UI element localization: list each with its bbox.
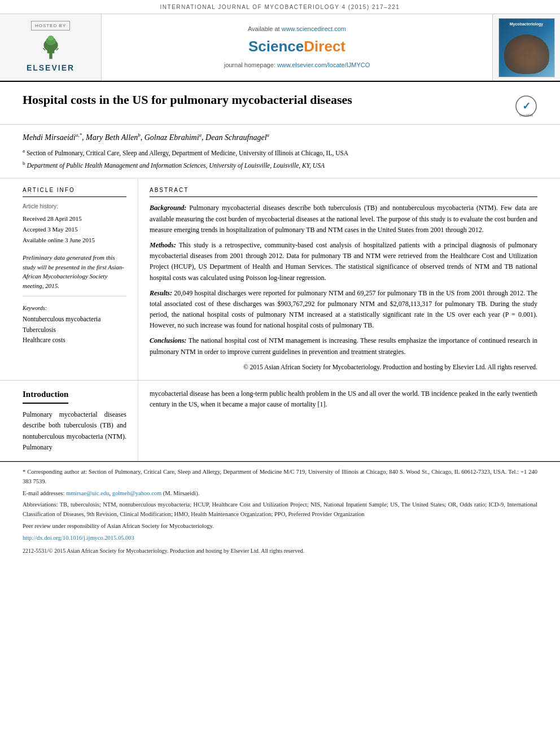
article-title-section: Hospital costs in the US for pulmonary m…: [0, 82, 560, 125]
keywords-heading: Keywords:: [23, 304, 126, 312]
author-3: Golnaz Ebrahimia,: [145, 133, 205, 142]
abstract-background: Background: Pulmonary mycobacterial dise…: [150, 203, 537, 235]
abstract-heading: Abstract: [150, 186, 537, 197]
history-online: Available online 3 June 2015: [23, 235, 126, 246]
authors-line: Mehdi Mirsaeidia,*, Mary Beth Allenb, Go…: [23, 132, 537, 143]
introduction-section: Introduction Pulmonary mycobacterial dis…: [0, 381, 560, 461]
left-col: Article Info Article history: Received 2…: [0, 178, 138, 380]
footer-emails: E-mail addresses: mmirsae@uic.edu, golme…: [23, 489, 537, 499]
history-dates: Received 28 April 2015 Accepted 3 May 20…: [23, 213, 126, 245]
article-history: Article history: Received 28 April 2015 …: [23, 203, 126, 245]
elsevier-text: ELSEVIER: [27, 63, 75, 74]
methods-text: This study is a retrospective, community…: [150, 241, 537, 282]
affiliation-b: b Department of Public Health Management…: [23, 160, 537, 171]
affiliations: a Section of Pulmonary, Critical Care, S…: [23, 147, 537, 171]
keyword-2: Tuberculosis: [23, 325, 126, 334]
author-1: Mehdi Mirsaeidia,*,: [23, 133, 86, 142]
affiliation-a: a Section of Pulmonary, Critical Care, S…: [23, 147, 537, 158]
page-footer: * Corresponding author at: Section of Pu…: [0, 461, 560, 561]
elsevier-tree-icon: [37, 35, 65, 60]
author-4: Dean Schraufnagela: [205, 133, 269, 142]
svg-rect-0: [49, 53, 52, 59]
hosted-by-badge: HOSTED BY: [31, 21, 70, 30]
footer-doi: http://dx.doi.org/10.1016/j.ijmyco.2015.…: [23, 534, 537, 543]
intro-right-text: mycobacterial disease has been a long-te…: [150, 388, 537, 410]
crossmark-icon: ✓ CrossMark: [515, 95, 537, 117]
footer-peer-review: Peer review under responsibility of Asia…: [23, 522, 537, 531]
header-right: Mycobacteriology: [492, 14, 560, 81]
header-center: Available at www.sciencedirect.com Scien…: [102, 14, 492, 81]
history-received: Received 28 April 2015: [23, 213, 126, 224]
background-label: Background:: [150, 204, 186, 212]
footer-email1-link[interactable]: mmirsae@uic.edu: [66, 490, 109, 496]
conclusions-label: Conclusions:: [150, 337, 186, 344]
svg-text:✓: ✓: [522, 101, 531, 112]
right-col: Abstract Background: Pulmonary mycobacte…: [138, 178, 560, 380]
history-accepted: Accepted 3 May 2015: [23, 224, 126, 235]
sciencedirect-logo: ScienceDirect: [248, 36, 345, 56]
svg-text:CrossMark: CrossMark: [519, 113, 533, 117]
abstract-section: Background: Pulmonary mycobacterial dise…: [150, 203, 537, 372]
background-text: Pulmonary mycobacterial diseases describ…: [150, 204, 537, 233]
svg-point-4: [47, 36, 54, 41]
abstract-copyright: © 2015 Asian African Society for Mycobac…: [150, 362, 537, 372]
footer-corresponding: * Corresponding author at: Section of Pu…: [23, 468, 537, 487]
abstract-conclusions: Conclusions: The national hospital cost …: [150, 335, 537, 357]
journal-cover-title: Mycobacteriology: [501, 21, 553, 27]
journal-citation: International Journal of Mycobacteriolog…: [160, 4, 400, 10]
authors-section: Mehdi Mirsaeidia,*, Mary Beth Allenb, Go…: [0, 125, 560, 178]
results-label: Results:: [150, 289, 172, 297]
abstract-methods: Methods: This study is a retrospective, …: [150, 240, 537, 283]
journal-homepage: journal homepage: www.elsevier.com/locat…: [224, 61, 370, 69]
available-at: Available at www.sciencedirect.com: [248, 25, 346, 33]
journal-homepage-link[interactable]: www.elsevier.com/locate/IJMYCO: [277, 62, 370, 68]
journal-cover-image: [504, 34, 549, 74]
abstract-results: Results: 20,049 hospital discharges were…: [150, 288, 537, 331]
available-at-link[interactable]: www.sciencedirect.com: [282, 25, 346, 32]
article-body-two-col: Article Info Article history: Received 2…: [0, 178, 560, 381]
footer-doi-link[interactable]: http://dx.doi.org/10.1016/j.ijmyco.2015.…: [23, 535, 134, 541]
keywords-section: Keywords: Nontuberculous mycobacteria Tu…: [23, 304, 126, 344]
intro-left-text: Pulmonary mycobacterial diseases describ…: [23, 409, 126, 453]
methods-label: Methods:: [150, 241, 176, 249]
footer-email2-link[interactable]: golmeh@yahoo.com: [112, 490, 162, 496]
history-heading: Article history:: [23, 203, 126, 211]
elsevier-logo: ELSEVIER: [27, 35, 75, 74]
footer-issn: 2212-5531/© 2015 Asian African Society f…: [23, 547, 537, 556]
journal-cover: Mycobacteriology: [498, 18, 555, 77]
header: HOSTED BY ELSEVIER Available at www.scie…: [0, 14, 560, 82]
footer-abbreviations: Abbreviations: TB, tuberculosis; NTM, no…: [23, 500, 537, 519]
intro-left: Introduction Pulmonary mycobacterial dis…: [0, 381, 138, 461]
preliminary-note: Preliminary data generated from this stu…: [23, 253, 126, 296]
keyword-3: Healthcare costs: [23, 335, 126, 344]
keyword-1: Nontuberculous mycobacteria: [23, 314, 126, 324]
intro-right: mycobacterial disease has been a long-te…: [138, 381, 560, 461]
article-info-heading: Article Info: [23, 186, 126, 197]
article-title: Hospital costs in the US for pulmonary m…: [23, 92, 352, 108]
conclusions-text: The national hospital cost of NTM manage…: [150, 337, 537, 355]
journal-top-bar: International Journal of Mycobacteriolog…: [0, 0, 560, 14]
results-text: 20,049 hospital discharges were reported…: [150, 289, 537, 330]
author-2: Mary Beth Allenb,: [86, 133, 145, 142]
header-left: HOSTED BY ELSEVIER: [0, 14, 102, 81]
introduction-heading: Introduction: [23, 388, 68, 404]
